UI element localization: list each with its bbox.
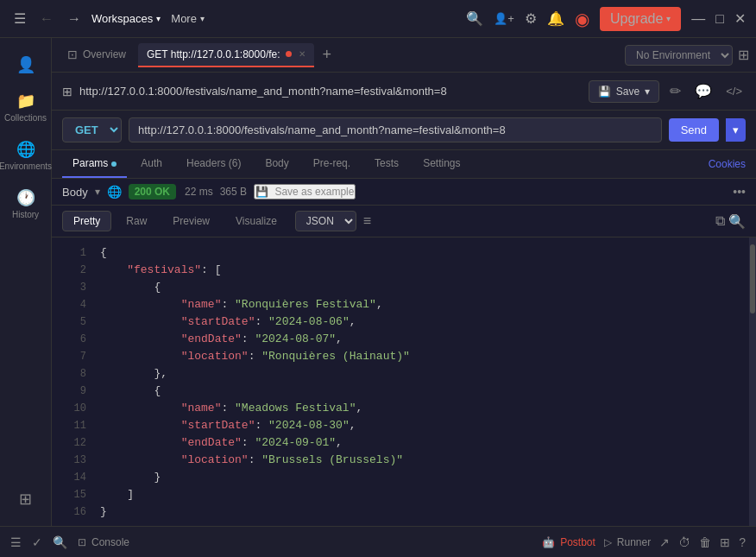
runner-label: Runner [617, 536, 651, 548]
save-example-label: Save as example [274, 186, 354, 198]
menu-button[interactable]: ☰ [10, 7, 29, 30]
link-icon[interactable]: ↗ [659, 535, 670, 549]
minimize-icon[interactable]: — [691, 11, 705, 27]
layout-icon[interactable]: ⊞ [738, 47, 749, 63]
active-tab-label: GET http://127.0.0.1:8000/fe: [147, 48, 280, 60]
visualize-tab[interactable]: Visualize [224, 211, 288, 231]
json-body: 1 { 2 "festivals": [ 3 { 4 "name": "Ronq… [52, 237, 756, 526]
copy-icon-button[interactable]: ⧉ [715, 213, 725, 229]
tab-close-icon[interactable]: ✕ [299, 49, 306, 59]
tab-overview[interactable]: ⊡ Overview [59, 42, 135, 68]
body-tab-label: Body [265, 157, 288, 169]
bottom-bar: ☰ ✓ 🔍 ⊡ Console 🤖 Postbot ▷ Runner ↗ ⏱ 🗑… [0, 526, 756, 557]
preview-tab[interactable]: Preview [161, 211, 221, 231]
response-time: 22 ms [185, 186, 213, 198]
help-icon[interactable]: ? [739, 535, 746, 549]
request-tabs: Params Auth Headers (6) Body Pre-req. Te… [52, 150, 756, 179]
code-icon-button[interactable]: </> [722, 81, 746, 101]
cookies-button[interactable]: Cookies [709, 158, 746, 170]
close-icon[interactable]: ✕ [734, 10, 746, 27]
back-button[interactable]: ← [36, 8, 57, 30]
raw-tab[interactable]: Raw [115, 211, 158, 231]
prereq-tab[interactable]: Pre-req. [303, 150, 361, 178]
url-input[interactable] [129, 117, 662, 142]
sidebar-item-profile[interactable]: 👤 [3, 48, 48, 81]
runner-button[interactable]: ▷ Runner [604, 536, 651, 548]
save-example-button[interactable]: 💾 Save as example [254, 184, 356, 199]
json-line-16: 16 } [52, 503, 756, 521]
environments-label: Environments [0, 161, 52, 171]
console-button[interactable]: ⊡ Console [78, 536, 129, 548]
add-user-icon[interactable]: 👤+ [494, 12, 514, 25]
json-line-10: 10 "name": "Meadows Festival", [52, 400, 756, 417]
bottom-check-icon[interactable]: ✓ [32, 535, 42, 549]
titlebar-icons: 🔍 👤+ ⚙ 🔔 ◉ Upgrade ▾ — □ ✕ [466, 7, 746, 31]
sidebar-item-environments[interactable]: 🌐 Environments [3, 133, 48, 178]
docs-icon-button[interactable]: 💬 [691, 79, 715, 103]
send-button[interactable]: Send [669, 118, 719, 142]
sidebar-item-history[interactable]: 🕐 History [3, 181, 48, 226]
body-tab[interactable]: Body [255, 150, 299, 178]
bell-icon[interactable]: 🔔 [547, 10, 564, 27]
forward-button[interactable]: → [64, 8, 85, 30]
maximize-icon[interactable]: □ [715, 11, 724, 27]
pretty-tab[interactable]: Pretty [62, 211, 111, 231]
scrollbar[interactable] [749, 237, 756, 526]
more-menu[interactable]: More ▾ [171, 12, 205, 25]
environments-icon: 🌐 [16, 140, 35, 159]
method-select[interactable]: GET [62, 117, 122, 142]
tests-tab[interactable]: Tests [364, 150, 409, 178]
auth-tab[interactable]: Auth [130, 150, 173, 178]
environment-select[interactable]: No Environment [625, 45, 733, 66]
globe-icon: 🌐 [107, 185, 122, 199]
bottom-menu-icon[interactable]: ☰ [10, 535, 22, 549]
response-area: Body ▾ 🌐 200 OK 22 ms 365 B 💾 Save as ex… [52, 179, 756, 526]
sidebar-item-new[interactable]: ⊞ [3, 483, 48, 516]
sort-icon-button[interactable]: ≡ [363, 213, 371, 229]
search-icon[interactable]: 🔍 [466, 10, 483, 27]
edit-icon-button[interactable]: ✏ [666, 79, 684, 103]
settings-tab[interactable]: Settings [413, 150, 470, 178]
content-area: ⊡ Overview GET http://127.0.0.1:8000/fe:… [52, 38, 756, 526]
overview-tab-label: Overview [83, 48, 126, 60]
workspace-selector[interactable]: Workspaces ▾ [91, 12, 161, 25]
sidebar-item-collections[interactable]: 📁 Collections [3, 85, 48, 130]
body-dropdown-button[interactable]: ▾ [95, 186, 100, 198]
json-line-1: 1 { [52, 244, 756, 262]
json-line-2: 2 "festivals": [ [52, 262, 756, 279]
save-arrow-icon: ▾ [645, 85, 650, 98]
json-search-icon-button[interactable]: 🔍 [728, 213, 746, 230]
params-dot [111, 161, 117, 167]
timer-icon[interactable]: ⏱ [678, 535, 690, 549]
headers-tab[interactable]: Headers (6) [176, 150, 251, 178]
postbot-label: Postbot [560, 536, 595, 548]
url-bar: ⊞ http://127.0.0.1:8000/festivals/name_a… [52, 73, 756, 111]
bottom-search-icon[interactable]: 🔍 [53, 535, 67, 549]
json-line-13: 13 "location": "Brussels (Brussels)" [52, 452, 756, 469]
visualize-tab-label: Visualize [236, 215, 277, 227]
send-dropdown-button[interactable]: ▾ [726, 118, 746, 142]
status-badge: 200 OK [129, 184, 176, 199]
tests-tab-label: Tests [375, 157, 399, 169]
tab-active-request[interactable]: GET http://127.0.0.1:8000/fe: ✕ [138, 43, 314, 67]
json-format-select[interactable]: JSON [295, 211, 356, 231]
trash-icon[interactable]: 🗑 [699, 535, 711, 549]
add-tab-button[interactable]: + [318, 46, 337, 64]
grid-icon[interactable]: ⊞ [720, 535, 730, 549]
sidebar: 👤 📁 Collections 🌐 Environments 🕐 History… [0, 38, 52, 526]
main-area: 👤 📁 Collections 🌐 Environments 🕐 History… [0, 38, 756, 526]
pretty-tab-label: Pretty [73, 215, 100, 227]
environment-selector[interactable]: No Environment ⊞ [625, 45, 749, 66]
settings-icon[interactable]: ⚙ [525, 10, 537, 27]
settings-tab-label: Settings [423, 157, 460, 169]
save-button[interactable]: 💾 Save ▾ [589, 80, 659, 103]
postbot-button[interactable]: 🤖 Postbot [542, 536, 595, 548]
upgrade-button[interactable]: Upgrade ▾ [600, 7, 681, 31]
more-label: More [171, 12, 197, 25]
json-line-3: 3 { [52, 279, 756, 296]
postbot-icon: 🤖 [542, 536, 555, 548]
json-line-7: 7 "location": "Ronquières (Hainaut)" [52, 348, 756, 365]
params-tab[interactable]: Params [62, 150, 127, 178]
scrollbar-thumb[interactable] [750, 244, 755, 313]
more-options-button[interactable]: ••• [733, 185, 746, 199]
